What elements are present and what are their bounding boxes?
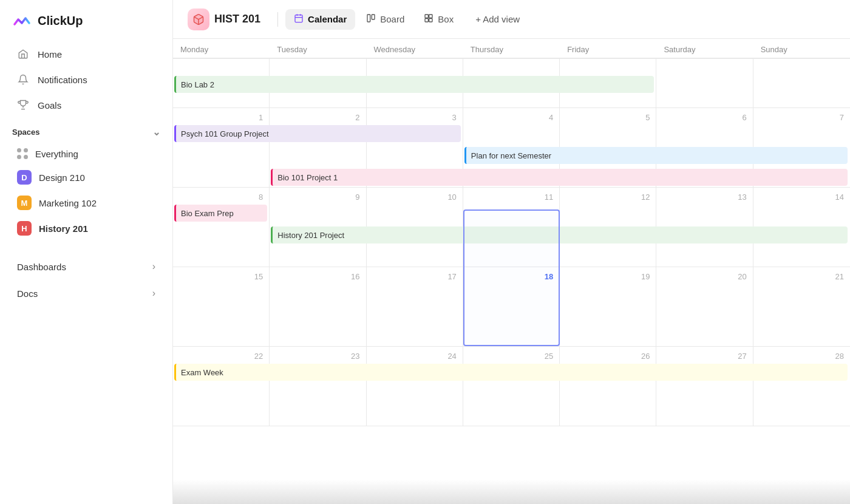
space-everything[interactable]: Everything <box>5 143 168 164</box>
week-cell-1-2[interactable]: 3 <box>367 108 463 187</box>
day-header-tue: Tuesday <box>270 39 366 58</box>
project-box-icon <box>192 13 205 26</box>
day-header-wed: Wednesday <box>367 39 463 58</box>
day-header-thu: Thursday <box>463 39 560 58</box>
week-cell-2-2[interactable]: 10 <box>367 188 463 267</box>
week-cell-3-0[interactable]: 15 <box>173 267 270 346</box>
nav-goals[interactable]: Goals <box>5 93 168 117</box>
week-cell-2-1[interactable]: 9 <box>270 188 366 267</box>
docs-label: Docs <box>17 288 38 299</box>
view-tab-board[interactable]: Board <box>358 9 413 30</box>
marketing-avatar: M <box>17 196 32 210</box>
nav-notifications-label: Notifications <box>38 75 87 85</box>
app-name: ClickUp <box>38 14 83 28</box>
dashboards-chevron-icon: › <box>152 261 155 272</box>
svg-rect-8 <box>425 18 428 21</box>
dashboards-label: Dashboards <box>17 262 66 272</box>
week-cell-0-2[interactable] <box>367 59 463 107</box>
day-header-sat: Saturday <box>656 39 753 58</box>
nav-home[interactable]: Home <box>5 42 168 66</box>
week-cell-4-6[interactable]: 28 <box>753 347 850 426</box>
docs-item[interactable]: Docs › <box>5 281 168 306</box>
week-cell-2-3[interactable]: 11 <box>463 188 560 267</box>
clickup-logo-icon <box>12 11 32 30</box>
space-history201-label: History 201 <box>39 223 88 234</box>
project-title: HIST 201 <box>214 13 260 26</box>
week-cell-4-4[interactable]: 26 <box>560 347 656 426</box>
calendar-tab-icon <box>294 13 304 26</box>
week-row-1: 1234567Psych 101 Group ProjectPlan for n… <box>173 108 850 188</box>
weeks-container: Bio Lab 21234567Psych 101 Group ProjectP… <box>173 59 850 426</box>
spaces-section-header: Spaces ⌄ <box>0 118 172 143</box>
week-cell-0-5[interactable] <box>656 59 753 107</box>
space-design210-label: Design 210 <box>39 172 85 183</box>
space-everything-label: Everything <box>35 149 78 159</box>
week-cell-0-6[interactable] <box>753 59 850 107</box>
nav-goals-label: Goals <box>38 100 61 111</box>
week-cell-1-0[interactable]: 1 <box>173 108 270 187</box>
week-cell-2-6[interactable]: 14 <box>753 188 850 267</box>
week-cell-1-3[interactable]: 4 <box>463 108 560 187</box>
week-cell-3-1[interactable]: 16 <box>270 267 366 346</box>
week-cell-4-1[interactable]: 23 <box>270 347 366 426</box>
week-cell-1-6[interactable]: 7 <box>753 108 850 187</box>
space-marketing102[interactable]: M Marketing 102 <box>5 191 168 215</box>
view-tab-box-label: Box <box>438 14 454 24</box>
week-cell-2-5[interactable]: 13 <box>656 188 753 267</box>
week-cell-2-0[interactable]: 8 <box>173 188 270 267</box>
week-cell-0-1[interactable] <box>270 59 366 107</box>
svg-rect-7 <box>429 15 432 18</box>
main-content: HIST 201 Calendar Board Box + Add view <box>173 0 850 504</box>
view-tab-calendar[interactable]: Calendar <box>285 9 355 30</box>
week-cell-0-0[interactable] <box>173 59 270 107</box>
week-cell-0-4[interactable] <box>560 59 656 107</box>
sidebar: ClickUp Home Notifications Goals Spaces … <box>0 0 173 504</box>
add-view-label: + Add view <box>475 14 520 24</box>
week-row-2: 891011121314Bio Exam PrepHistory 201 Pro… <box>173 188 850 267</box>
docs-chevron-icon: › <box>152 288 155 299</box>
calendar-area: Monday Tuesday Wednesday Thursday Friday… <box>173 39 850 504</box>
add-view-button[interactable]: + Add view <box>467 10 528 29</box>
design-avatar: D <box>17 170 32 185</box>
space-marketing102-label: Marketing 102 <box>39 198 97 208</box>
box-tab-icon <box>424 13 433 26</box>
spaces-collapse-icon[interactable]: ⌄ <box>152 126 160 138</box>
project-icon-box <box>188 9 209 30</box>
week-cell-0-3[interactable] <box>463 59 560 107</box>
spaces-label: Spaces <box>12 128 40 137</box>
day-header-mon: Monday <box>173 39 270 58</box>
svg-rect-6 <box>425 15 428 18</box>
topbar: HIST 201 Calendar Board Box + Add view <box>173 0 850 39</box>
week-cell-1-4[interactable]: 5 <box>560 108 656 187</box>
week-cell-3-4[interactable]: 19 <box>560 267 656 346</box>
nav-home-label: Home <box>38 49 62 60</box>
week-cell-1-5[interactable]: 6 <box>656 108 753 187</box>
view-tab-box[interactable]: Box <box>415 9 462 30</box>
home-icon <box>17 48 29 60</box>
bell-icon <box>17 73 29 86</box>
trophy-icon <box>17 99 29 111</box>
dots-grid-icon <box>17 148 28 159</box>
dashboards-item[interactable]: Dashboards › <box>5 254 168 279</box>
week-cell-3-5[interactable]: 20 <box>656 267 753 346</box>
board-tab-icon <box>366 13 376 26</box>
day-header-sun: Sunday <box>753 39 850 58</box>
space-design210[interactable]: D Design 210 <box>5 165 168 189</box>
week-cell-4-3[interactable]: 25 <box>463 347 560 426</box>
week-cell-3-3[interactable]: 18 <box>463 267 560 346</box>
nav-notifications[interactable]: Notifications <box>5 67 168 92</box>
week-row-0: Bio Lab 2 <box>173 59 850 108</box>
topbar-divider <box>277 12 278 27</box>
week-cell-2-4[interactable]: 12 <box>560 188 656 267</box>
space-history201[interactable]: H History 201 <box>5 216 168 240</box>
week-cell-4-2[interactable]: 24 <box>367 347 463 426</box>
week-cell-4-0[interactable]: 22 <box>173 347 270 426</box>
week-cell-4-5[interactable]: 27 <box>656 347 753 426</box>
week-cell-1-1[interactable]: 2 <box>270 108 366 187</box>
week-cell-3-2[interactable]: 17 <box>367 267 463 346</box>
day-header-fri: Friday <box>560 39 656 58</box>
svg-rect-9 <box>429 18 432 21</box>
svg-rect-5 <box>372 15 375 19</box>
week-cell-3-6[interactable]: 21 <box>753 267 850 346</box>
view-tab-calendar-label: Calendar <box>308 14 347 24</box>
